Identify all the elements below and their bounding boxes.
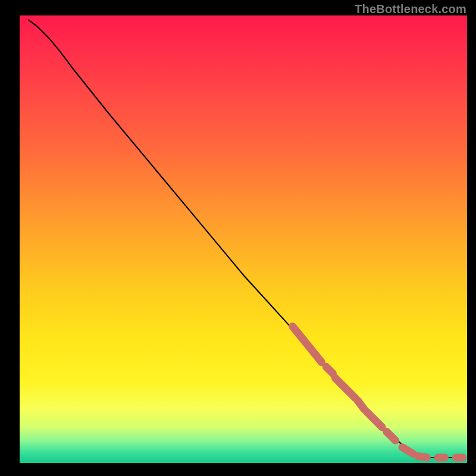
highlight-segment [418, 456, 427, 458]
highlight-segment [326, 367, 333, 373]
highlight-segment [358, 400, 364, 409]
watermark-text: TheBottleneck.com [355, 2, 466, 16]
chart-canvas: TheBottleneck.com [0, 0, 476, 476]
plot-background [20, 15, 467, 463]
chart-svg [0, 0, 476, 476]
